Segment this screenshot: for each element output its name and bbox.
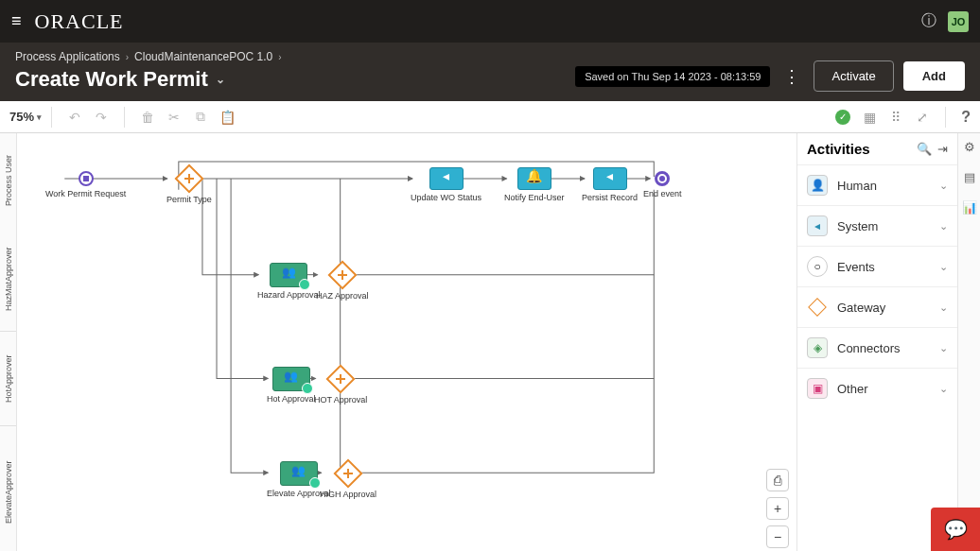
activity-category-gateway[interactable]: Gateway ⌄ [797, 286, 957, 327]
activity-label: System [837, 219, 930, 233]
help-icon[interactable]: ⓘ [921, 11, 936, 31]
zoom-out-button[interactable]: − [766, 525, 789, 548]
chevron-down-icon: ⌄ [216, 73, 225, 86]
canvas-controls: ⎙ + − [766, 469, 789, 548]
chevron-down-icon: ⌄ [939, 383, 948, 395]
zoom-dropdown[interactable]: 75% ▾ [9, 110, 42, 124]
search-icon[interactable]: 🔍 [917, 142, 932, 156]
events-icon: ○ [807, 256, 828, 277]
activity-label: Events [837, 260, 930, 274]
chevron-down-icon: ▾ [37, 112, 42, 122]
activity-label: Gateway [837, 301, 930, 315]
notify-task[interactable]: 🔔 Notify End-User [504, 167, 565, 202]
chevron-right-icon: › [278, 52, 281, 62]
activity-category-other[interactable]: ▣ Other ⌄ [797, 368, 957, 408]
lane-label[interactable]: ElevateApprover [0, 426, 16, 551]
node-label: Hot Approval [267, 394, 316, 404]
node-label: End event [643, 189, 682, 198]
add-button[interactable]: Add [903, 61, 965, 91]
start-event[interactable]: Work Permit Request [45, 171, 126, 198]
grid-icon[interactable]: ⠿ [885, 107, 906, 128]
node-label: Hazard Approval [257, 290, 321, 300]
breadcrumb: Process Applications › CloudMaintenanceP… [15, 50, 575, 63]
properties-icon[interactable]: ⚙ [962, 139, 977, 154]
gateway-icon [807, 297, 828, 318]
page-title[interactable]: Create Work Permit ⌄ [15, 67, 575, 92]
data-icon[interactable]: ▤ [962, 169, 977, 184]
human-icon: 👤 [807, 175, 828, 196]
print-icon[interactable]: ⎙ [766, 469, 789, 491]
node-label: Persist Record [582, 193, 638, 202]
validation-ok-icon[interactable]: ✓ [835, 110, 850, 125]
page-title-text: Create Work Permit [15, 67, 208, 92]
lane-label[interactable]: Process User [0, 133, 16, 228]
connectors-icon: ◈ [807, 337, 828, 358]
node-label: Work Permit Request [45, 189, 126, 198]
analytics-icon[interactable]: 📊 [962, 199, 977, 215]
activity-label: Other [837, 382, 930, 396]
more-menu-icon[interactable]: ⋮ [779, 66, 804, 87]
hamburger-icon[interactable]: ≡ [11, 11, 22, 31]
system-icon: ◂ [807, 215, 828, 236]
activities-panel: Activities 🔍 ⇥ 👤 Human ⌄ ◂ System ⌄ ○ Ev… [796, 133, 957, 551]
process-canvas[interactable]: Work Permit Request Permit Type ◂ Update… [17, 133, 796, 551]
collapse-panel-icon[interactable]: ⇥ [937, 142, 948, 156]
chevron-down-icon: ⌄ [939, 342, 948, 354]
permit-type-gateway[interactable]: Permit Type [166, 168, 212, 204]
activity-label: Connectors [837, 341, 930, 355]
activity-category-connectors[interactable]: ◈ Connectors ⌄ [797, 327, 957, 368]
node-label: Update WO Status [411, 193, 481, 202]
paste-icon[interactable]: 📋 [217, 107, 237, 128]
right-rail: ⚙ ▤ 📊 [957, 133, 980, 551]
node-label: HOT Approval [314, 395, 367, 405]
haz-gateway[interactable]: HAZ Approval [316, 265, 369, 301]
activity-label: Human [837, 179, 930, 193]
layers-icon[interactable]: ▦ [859, 107, 880, 128]
title-band: Process Applications › CloudMaintenanceP… [0, 43, 980, 101]
redo-icon[interactable]: ↷ [91, 107, 112, 128]
brand-logo: ORACLE [35, 9, 124, 34]
hot-approval-task[interactable]: 👥 Hot Approval [267, 367, 316, 404]
help-button[interactable]: ? [961, 109, 971, 126]
persist-task[interactable]: ◂ Persist Record [582, 167, 638, 202]
other-icon: ▣ [807, 378, 828, 399]
saved-timestamp: Saved on Thu Sep 14 2023 - 08:13:59 [575, 66, 770, 87]
breadcrumb-item[interactable]: Process Applications [15, 50, 120, 63]
chevron-down-icon: ⌄ [939, 301, 948, 314]
update-wo-task[interactable]: ◂ Update WO Status [411, 167, 481, 202]
activity-category-events[interactable]: ○ Events ⌄ [797, 246, 957, 286]
editor-toolbar: 75% ▾ ↶ ↷ 🗑 ✂ ⧉ 📋 ✓ ▦ ⠿ ⤢ ? [0, 101, 980, 133]
user-avatar[interactable]: JO [948, 11, 969, 32]
top-bar: ≡ ORACLE ⓘ JO [0, 0, 980, 43]
cut-icon[interactable]: ✂ [164, 107, 184, 128]
chevron-down-icon: ⌄ [939, 220, 948, 232]
hot-gateway[interactable]: HOT Approval [314, 369, 367, 405]
node-label: Notify End-User [504, 193, 565, 202]
activities-title: Activities [807, 141, 911, 157]
high-gateway[interactable]: HIGH Approval [320, 463, 376, 499]
swimlane-labels: Process User HazMatApprover HotApprover … [0, 133, 17, 551]
zoom-value: 75% [9, 110, 34, 124]
chevron-right-icon: › [126, 52, 129, 62]
node-label: HIGH Approval [320, 490, 376, 499]
chevron-down-icon: ⌄ [939, 180, 948, 192]
expand-icon[interactable]: ⤢ [912, 107, 933, 128]
chevron-down-icon: ⌄ [939, 261, 948, 273]
lane-label[interactable]: HotApprover [0, 332, 16, 426]
end-event[interactable]: End event [643, 171, 682, 198]
activity-category-human[interactable]: 👤 Human ⌄ [797, 164, 957, 205]
delete-icon[interactable]: 🗑 [137, 107, 158, 128]
copy-icon[interactable]: ⧉ [190, 107, 211, 128]
activity-category-system[interactable]: ◂ System ⌄ [797, 205, 957, 246]
node-label: HAZ Approval [316, 291, 369, 301]
activate-button[interactable]: Activate [814, 60, 893, 92]
hazard-approval-task[interactable]: 👥 Hazard Approval [257, 263, 321, 300]
zoom-in-button[interactable]: + [766, 497, 789, 520]
node-label: Permit Type [166, 195, 212, 204]
breadcrumb-item[interactable]: CloudMaintenancePOC 1.0 [134, 50, 272, 63]
undo-icon[interactable]: ↶ [64, 107, 85, 128]
lane-label[interactable]: HazMatApprover [0, 228, 16, 332]
chat-fab[interactable]: 💬 [931, 508, 980, 551]
